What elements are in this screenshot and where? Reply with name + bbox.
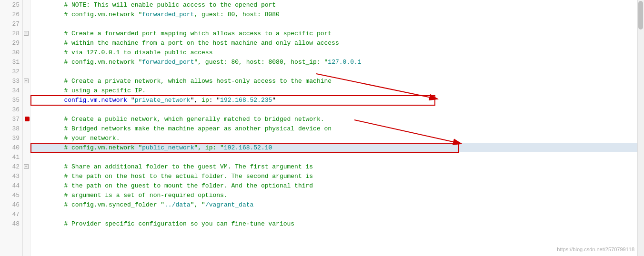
code-line-40: # config.vm.network "public_network", ip… xyxy=(30,143,644,152)
breakpoint-indicator-37 xyxy=(25,117,30,121)
line-number-36: 36 xyxy=(0,105,22,114)
fold-indicator-33[interactable]: − xyxy=(24,79,29,83)
margin-row-43 xyxy=(23,171,30,181)
margin-row-39 xyxy=(23,133,30,143)
line-number-45: 45 xyxy=(0,190,22,200)
margin-row-28: − xyxy=(23,29,30,38)
code-line-28: # Create a forwarded port mapping which … xyxy=(30,29,644,38)
fold-indicator-42[interactable]: − xyxy=(24,164,29,169)
line-number-30: 30 xyxy=(0,48,22,57)
margin-row-26 xyxy=(23,10,30,19)
left-margin: −−− xyxy=(23,0,30,256)
margin-row-41 xyxy=(23,152,30,162)
code-area[interactable]: # NOTE: This will enable public access t… xyxy=(30,0,644,256)
fold-indicator-28[interactable]: − xyxy=(24,31,29,36)
margin-row-44 xyxy=(23,181,30,190)
code-line-30: # via 127.0.0.1 to disable public access xyxy=(30,48,644,57)
line-number-40: 40 xyxy=(0,143,22,152)
margin-row-30 xyxy=(23,48,30,57)
line-number-39: 39 xyxy=(0,133,22,143)
code-line-27 xyxy=(30,19,644,29)
line-number-43: 43 xyxy=(0,171,22,181)
code-line-29: # within the machine from a port on the … xyxy=(30,38,644,48)
line-number-27: 27 xyxy=(0,19,22,29)
margin-row-31 xyxy=(23,57,30,67)
code-line-46: # config.vm.synced_folder "../data", "/v… xyxy=(30,200,644,209)
line-number-29: 29 xyxy=(0,38,22,48)
margin-row-45 xyxy=(23,190,30,200)
margin-row-35 xyxy=(23,95,30,105)
code-line-42: # Share an additional folder to the gues… xyxy=(30,162,644,171)
margin-row-40 xyxy=(23,143,30,152)
line-number-48: 48 xyxy=(0,219,22,228)
code-line-37: # Create a public network, which general… xyxy=(30,114,644,124)
code-line-31: # config.vm.network "forwarded_port", gu… xyxy=(30,57,644,67)
code-line-32 xyxy=(30,67,644,76)
scrollbar-thumb[interactable] xyxy=(638,1,643,30)
margin-row-34 xyxy=(23,86,30,95)
margin-row-37 xyxy=(23,114,30,124)
line-number-26: 26 xyxy=(0,10,22,19)
line-number-44: 44 xyxy=(0,181,22,190)
line-number-47: 47 xyxy=(0,209,22,219)
line-number-46: 46 xyxy=(0,200,22,209)
margin-row-25 xyxy=(23,0,30,10)
margin-row-46 xyxy=(23,200,30,209)
line-number-33: 33 xyxy=(0,76,22,86)
line-number-25: 25 xyxy=(0,0,22,10)
code-line-36 xyxy=(30,105,644,114)
margin-row-42: − xyxy=(23,162,30,171)
code-line-39: # your network. xyxy=(30,133,644,143)
line-number-41: 41 xyxy=(0,152,22,162)
margin-row-27 xyxy=(23,19,30,29)
code-line-45: # argument is a set of non-required opti… xyxy=(30,190,644,200)
line-number-28: 28 xyxy=(0,29,22,38)
margin-row-38 xyxy=(23,124,30,133)
code-line-48: # Provider specific configuration so you… xyxy=(30,219,644,228)
line-number-32: 32 xyxy=(0,67,22,76)
line-number-37: 37 xyxy=(0,114,22,124)
margin-row-32 xyxy=(23,67,30,76)
line-number-38: 38 xyxy=(0,124,22,133)
code-line-34: # using a specific IP. xyxy=(30,86,644,95)
watermark: https://blog.csdn.net/2570799118 xyxy=(557,246,634,252)
code-line-33: # Create a private network, which allows… xyxy=(30,76,644,86)
line-number-35: 35 xyxy=(0,95,22,105)
line-numbers: 2526272829303132333435363738394041424344… xyxy=(0,0,23,256)
editor-container: 2526272829303132333435363738394041424344… xyxy=(0,0,644,256)
code-line-47 xyxy=(30,209,644,219)
code-line-41 xyxy=(30,152,644,162)
code-line-44: # the path on the guest to mount the fol… xyxy=(30,181,644,190)
margin-row-36 xyxy=(23,105,30,114)
code-line-38: # Bridged networks make the machine appe… xyxy=(30,124,644,133)
code-line-26: # config.vm.network "forwarded_port, gue… xyxy=(30,10,644,19)
line-number-34: 34 xyxy=(0,86,22,95)
margin-row-47 xyxy=(23,209,30,219)
code-line-35: config.vm.network "private_network", ip:… xyxy=(30,95,644,105)
scrollbar[interactable] xyxy=(637,0,644,256)
line-number-31: 31 xyxy=(0,57,22,67)
margin-row-33: − xyxy=(23,76,30,86)
code-line-43: # the path on the host to the actual fol… xyxy=(30,171,644,181)
margin-row-48 xyxy=(23,219,30,228)
margin-row-29 xyxy=(23,38,30,48)
code-line-25: # NOTE: This will enable public access t… xyxy=(30,0,644,10)
line-number-42: 42 xyxy=(0,162,22,171)
